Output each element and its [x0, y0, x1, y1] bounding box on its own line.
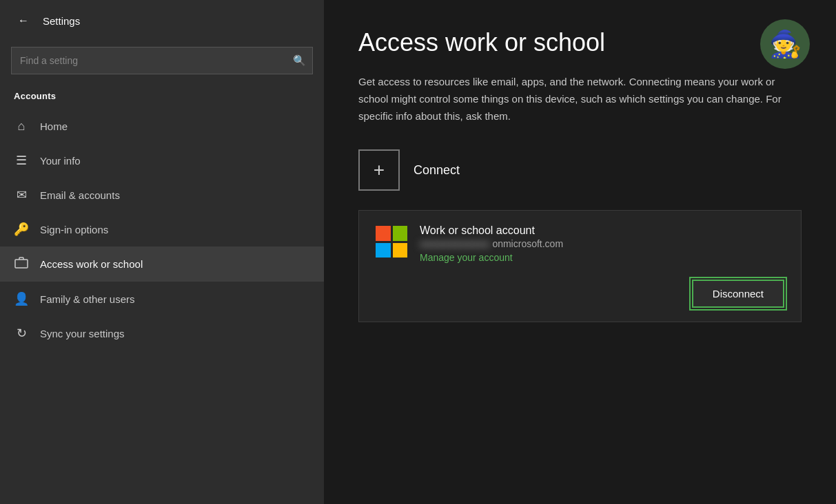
disconnect-button[interactable]: Disconnect	[692, 280, 784, 308]
family-icon: 👤	[14, 291, 29, 306]
account-email-blurred: ●●●●●●●●●●●●	[420, 238, 489, 249]
sidebar-item-label: Family & other users	[40, 293, 135, 305]
sidebar-item-email-accounts[interactable]: ✉ Email & accounts	[0, 178, 324, 212]
email-icon: ✉	[14, 187, 29, 202]
main-content: 🧙 Access work or school Get access to re…	[324, 0, 836, 504]
sidebar: ← Settings 🔍 Accounts ⌂ Home ☰ Your info…	[0, 0, 324, 504]
account-info: Work or school account ●●●●●●●●●●●● onmi…	[420, 224, 563, 263]
sidebar-item-home[interactable]: ⌂ Home	[0, 109, 324, 143]
search-input[interactable]	[12, 48, 286, 73]
search-icon[interactable]: 🔍	[286, 48, 312, 74]
ms-logo-blue	[376, 243, 391, 258]
search-box[interactable]: 🔍	[11, 47, 313, 74]
microsoft-logo	[376, 226, 407, 258]
sidebar-item-label: Email & accounts	[40, 189, 120, 201]
ms-logo-green	[393, 226, 408, 241]
account-type-label: Work or school account	[420, 224, 563, 237]
avatar: 🧙	[760, 19, 810, 69]
sidebar-item-label: Home	[40, 120, 68, 132]
ms-logo-yellow	[393, 243, 408, 258]
account-card: Work or school account ●●●●●●●●●●●● onmi…	[358, 210, 802, 322]
sidebar-item-sync-settings[interactable]: ↻ Sync your settings	[0, 316, 324, 350]
sidebar-header: ← Settings	[0, 0, 324, 41]
disconnect-area: Disconnect	[376, 280, 784, 308]
sync-icon: ↻	[14, 326, 29, 341]
account-email-domain: onmicrosoft.com	[492, 238, 563, 249]
page-title: Access work or school	[358, 28, 802, 57]
sidebar-item-label: Access work or school	[40, 258, 143, 270]
connect-button[interactable]: +	[358, 149, 400, 191]
connect-area: + Connect	[358, 149, 802, 191]
briefcase-icon	[14, 256, 29, 272]
settings-title: Settings	[43, 15, 80, 27]
svg-rect-0	[15, 260, 28, 268]
connect-label: Connect	[414, 163, 460, 178]
account-top: Work or school account ●●●●●●●●●●●● onmi…	[376, 224, 784, 263]
manage-account-link[interactable]: Manage your account	[420, 252, 563, 263]
sidebar-nav: ⌂ Home ☰ Your info ✉ Email & accounts 🔑 …	[0, 109, 324, 350]
key-icon: 🔑	[14, 222, 29, 237]
sidebar-item-your-info[interactable]: ☰ Your info	[0, 143, 324, 178]
sidebar-item-label: Your info	[40, 155, 81, 167]
accounts-section-label: Accounts	[0, 85, 324, 109]
sidebar-item-access-work[interactable]: Access work or school	[0, 246, 324, 282]
sidebar-item-sign-in[interactable]: 🔑 Sign-in options	[0, 212, 324, 246]
page-description: Get access to resources like email, apps…	[358, 74, 802, 125]
home-icon: ⌂	[14, 119, 29, 134]
sidebar-item-family-users[interactable]: 👤 Family & other users	[0, 282, 324, 316]
person-icon: ☰	[14, 153, 29, 168]
sidebar-item-label: Sync your settings	[40, 328, 125, 339]
back-button[interactable]: ←	[14, 11, 33, 30]
ms-logo-red	[376, 226, 391, 241]
sidebar-item-label: Sign-in options	[40, 224, 108, 235]
account-email: ●●●●●●●●●●●● onmicrosoft.com	[420, 238, 563, 249]
